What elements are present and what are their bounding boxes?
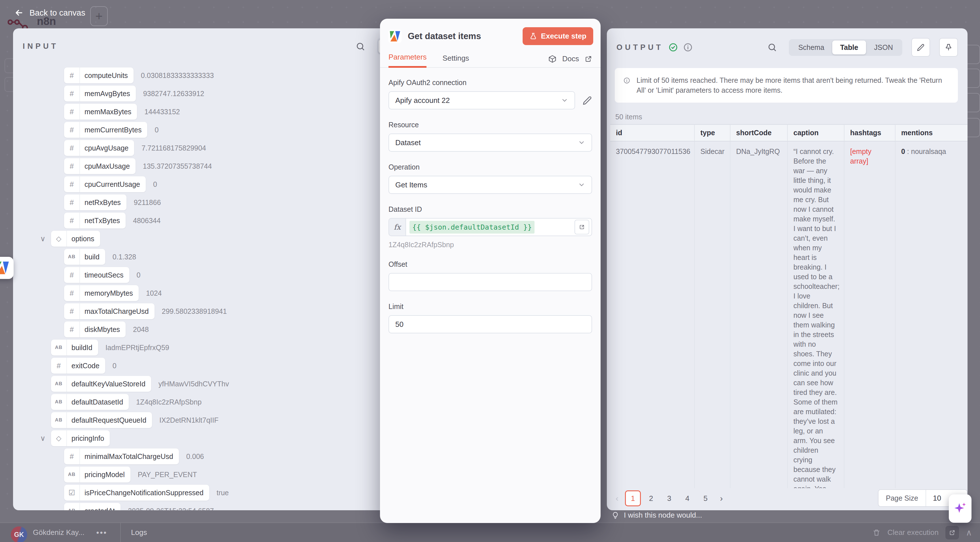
output-table: idtypeshortCodecaptionhashtagsmentions 3…: [610, 124, 967, 488]
schema-field-pill: #netTxBytes: [64, 213, 126, 229]
column-header: type: [695, 124, 730, 141]
ai-assistant-button[interactable]: [949, 494, 972, 523]
edit-output-button[interactable]: [912, 38, 930, 57]
schema-field-value: IX2DetRN1klt7qIIF: [159, 416, 218, 424]
canvas-add-node-button[interactable]: +: [90, 6, 108, 26]
schema-field-pill: #cpuAvgUsage: [64, 140, 134, 156]
resource-value: Dataset: [395, 138, 578, 147]
schema-field-value: 0: [137, 271, 141, 279]
schema-field-value: 0.03081833333333333: [141, 72, 214, 79]
chevron-down-icon[interactable]: ∨: [38, 434, 48, 443]
docs-link[interactable]: Docs: [562, 54, 579, 63]
output-tab-table[interactable]: Table: [832, 41, 866, 54]
limit-input[interactable]: [388, 315, 592, 333]
operation-value: Get Items: [395, 181, 578, 189]
num-type-icon: #: [64, 321, 80, 337]
operation-select[interactable]: Get Items: [388, 176, 592, 194]
open-expression-editor-button[interactable]: [574, 220, 589, 234]
execute-step-button[interactable]: Execute step: [523, 27, 593, 45]
schema-field-pill: ◇options: [51, 231, 100, 246]
input-source-node-icon[interactable]: [0, 257, 14, 279]
prev-page-icon[interactable]: ‹: [611, 494, 623, 503]
schema-field-value: 0: [153, 180, 157, 189]
schema-field-name: netTxBytes: [80, 216, 126, 225]
bool-type-icon: ☑: [64, 485, 80, 501]
cube-icon[interactable]: [548, 55, 557, 63]
chevron-down-icon[interactable]: ∨: [38, 234, 48, 243]
schema-field-pill: ABbuild: [64, 249, 105, 265]
schema-field-pill: ABpricingModel: [64, 467, 130, 482]
num-type-icon: #: [64, 158, 80, 174]
tab-parameters[interactable]: Parameters: [388, 53, 426, 68]
pop-out-button[interactable]: [945, 526, 959, 539]
node-feedback-link[interactable]: I wish this node would...: [611, 511, 702, 520]
page-button[interactable]: 1: [625, 490, 641, 506]
schema-field-value: 1024: [146, 289, 162, 297]
search-icon[interactable]: [767, 43, 777, 52]
tab-settings[interactable]: Settings: [442, 54, 469, 67]
schema-field-name: cpuAvgUsage: [80, 144, 134, 152]
input-panel-title: INPUT: [23, 42, 59, 51]
chevron-down-icon: [561, 97, 568, 104]
schema-field-pill: #memMaxBytes: [64, 104, 137, 120]
num-type-icon: #: [64, 67, 80, 83]
apify-node-icon: [0, 260, 11, 276]
str-type-icon: AB: [64, 249, 80, 265]
dataset-id-expression-input[interactable]: {{ $json.defaultDatasetId }}: [406, 218, 592, 236]
page-button[interactable]: 4: [679, 490, 695, 506]
schema-field-value: 0.006: [186, 452, 204, 461]
pin-data-button[interactable]: [939, 38, 958, 57]
page-button[interactable]: 2: [643, 490, 659, 506]
clear-execution-button[interactable]: Clear execution: [887, 528, 939, 537]
column-header: hashtags: [845, 124, 896, 141]
connection-value: Apify account 22: [395, 96, 561, 105]
external-link-icon[interactable]: [585, 55, 592, 63]
schema-field-value: 2048: [133, 326, 149, 334]
back-to-canvas-button[interactable]: Back to canvas: [14, 8, 85, 17]
schema-field-pill: #memCurrentBytes: [64, 122, 147, 138]
logs-label[interactable]: Logs: [131, 528, 147, 537]
schema-field-pill: ABdefaultDatasetId: [51, 394, 129, 410]
output-table-row: 3700547793077011536SidecarDNa_JyItgRQ“I …: [610, 141, 967, 488]
schema-field-name: memAvgBytes: [80, 90, 136, 98]
user-name[interactable]: Gökdeniz Kay...: [33, 528, 84, 537]
pop-out-icon: [949, 529, 955, 536]
str-type-icon: AB: [64, 503, 80, 510]
page-button[interactable]: 5: [698, 490, 713, 506]
node-title[interactable]: Get dataset items: [408, 31, 516, 41]
schema-field-name: buildId: [67, 343, 98, 352]
avatar[interactable]: GK: [11, 526, 27, 542]
schema-field-pill: #timeoutSecs: [64, 267, 129, 283]
schema-field-value: 1Z4q8Ic2zRAfpSbnp: [136, 398, 202, 406]
column-header: caption: [788, 124, 845, 141]
user-menu-icon[interactable]: •••: [96, 528, 107, 537]
next-page-icon[interactable]: ›: [716, 494, 727, 503]
table-cell-mentions: 0 : nouralsaqa: [896, 141, 967, 488]
str-type-icon: AB: [51, 340, 67, 356]
expression-text: {{ $json.defaultDatasetId }}: [409, 221, 535, 234]
edit-connection-icon[interactable]: [582, 95, 592, 105]
schema-field-name: timeoutSecs: [80, 271, 129, 279]
schema-field-name: minimalMaxTotalChargeUsd: [80, 452, 179, 461]
info-circle-icon[interactable]: [683, 43, 693, 52]
schema-field-pill: #memAvgBytes: [64, 86, 136, 102]
apify-node-icon: [388, 30, 401, 43]
pagination: ‹12345›: [611, 490, 727, 506]
output-tab-schema[interactable]: Schema: [790, 41, 832, 54]
num-type-icon: #: [64, 122, 80, 138]
connection-select[interactable]: Apify account 22: [388, 91, 575, 110]
page-button[interactable]: 3: [661, 490, 677, 506]
str-type-icon: AB: [64, 467, 80, 482]
collapse-panel-icon[interactable]: ∧: [966, 528, 972, 537]
schema-field-name: pricingInfo: [67, 434, 110, 442]
schema-field-value: 144433152: [144, 108, 180, 116]
search-icon[interactable]: [356, 42, 365, 51]
offset-input[interactable]: [388, 273, 592, 291]
output-tab-json[interactable]: JSON: [866, 41, 901, 54]
resource-select[interactable]: Dataset: [388, 134, 592, 152]
schema-field-pill: ABbuildId: [51, 340, 98, 356]
arrow-left-icon: [14, 8, 24, 17]
num-type-icon: #: [64, 86, 80, 102]
limit-reached-banner: Limit of 50 items reached. There may be …: [615, 68, 958, 103]
schema-field-name: createdAt: [80, 507, 121, 510]
